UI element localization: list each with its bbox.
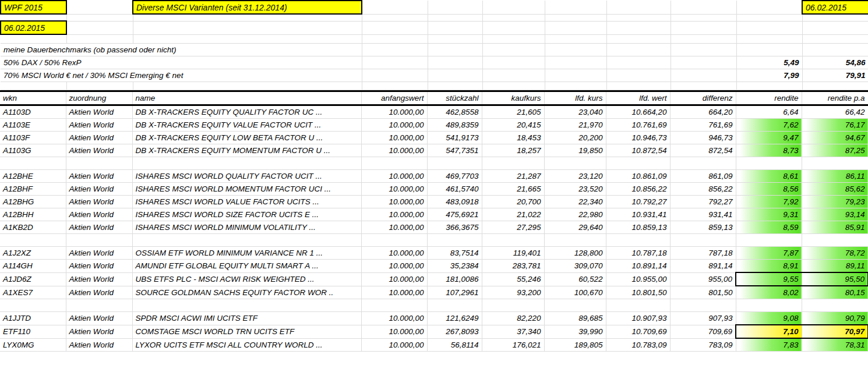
cell-rendite-pa[interactable]: 87,25 (802, 144, 868, 157)
cell-rendite-pa[interactable]: 85,62 (802, 183, 868, 196)
empty-cell[interactable] (66, 299, 132, 312)
empty-cell[interactable] (362, 56, 428, 69)
cell-differenz[interactable]: 792,27 (670, 196, 736, 208)
empty-cell[interactable] (133, 21, 362, 34)
col-header-kaufkurs[interactable]: kaufkurs (482, 91, 544, 105)
empty-cell[interactable] (736, 44, 802, 56)
cell-rendite-pa[interactable]: 94,67 (802, 132, 868, 144)
cell-anfangswert[interactable]: 10.000,00 (361, 247, 427, 260)
cell-differenz[interactable]: 931,41 (670, 208, 736, 221)
empty-cell[interactable] (66, 234, 132, 247)
cell-differenz[interactable]: 859,13 (670, 221, 736, 234)
empty-cell[interactable] (66, 34, 133, 44)
empty-cell[interactable] (606, 44, 671, 56)
cell-zuordnung[interactable]: Aktien World (66, 272, 132, 286)
cell-lfd-wert[interactable]: 10.801,50 (606, 286, 670, 299)
cell-zuordnung[interactable]: Aktien World (66, 119, 132, 132)
empty-cell[interactable] (544, 157, 606, 170)
cell-lfd-kurs[interactable]: 23,520 (544, 183, 606, 196)
cell-kaufkurs[interactable]: 21,022 (482, 208, 544, 221)
empty-cell[interactable] (671, 34, 736, 44)
empty-cell[interactable] (545, 34, 606, 44)
cell-kaufkurs[interactable]: 283,781 (482, 260, 544, 273)
cell-zuordnung[interactable]: Aktien World (66, 208, 132, 221)
cell-rendite[interactable]: 8,61 (736, 170, 802, 183)
empty-cell[interactable] (66, 14, 133, 21)
cell-stueckzahl[interactable]: 483,0918 (427, 196, 482, 208)
cell-rendite-pa[interactable]: 78,31 (802, 338, 868, 352)
cell-lfd-wert[interactable]: 10.859,13 (606, 221, 670, 234)
empty-cell[interactable] (482, 82, 545, 90)
cell-lfd-kurs[interactable]: 29,640 (544, 221, 606, 234)
col-header-name[interactable]: name (132, 91, 361, 105)
cell-rendite[interactable]: 9,08 (736, 312, 802, 325)
cell-anfangswert[interactable]: 10.000,00 (361, 325, 427, 338)
cell-differenz[interactable]: 946,73 (670, 132, 736, 144)
empty-cell[interactable] (361, 157, 427, 170)
cell-anfangswert[interactable]: 10.000,00 (361, 260, 427, 273)
empty-cell[interactable] (736, 14, 802, 21)
empty-cell[interactable] (428, 44, 482, 56)
empty-cell[interactable] (802, 234, 868, 247)
cell-wkn[interactable]: A1XES7 (0, 286, 66, 299)
cell-anfangswert[interactable]: 10.000,00 (361, 312, 427, 325)
empty-cell[interactable] (132, 234, 361, 247)
empty-cell[interactable] (670, 299, 736, 312)
cell-name[interactable]: DB X-TRACKERS EQUITY VALUE FACTOR UCIT .… (132, 119, 361, 132)
cell-anfangswert[interactable]: 10.000,00 (361, 105, 427, 119)
col-header-differenz[interactable]: differenz (670, 91, 736, 105)
empty-cell[interactable] (545, 69, 606, 82)
empty-cell[interactable] (671, 44, 736, 56)
cell-kaufkurs[interactable]: 119,401 (482, 247, 544, 260)
cell-wkn[interactable]: A1KB2D (0, 221, 66, 234)
empty-cell[interactable] (482, 56, 545, 69)
empty-cell[interactable] (482, 1, 545, 14)
cell-anfangswert[interactable]: 10.000,00 (361, 196, 427, 208)
cell-wkn[interactable]: A12BHG (0, 196, 66, 208)
cell-zuordnung[interactable]: Aktien World (66, 325, 132, 338)
cell-differenz[interactable]: 761,69 (670, 119, 736, 132)
cell-anfangswert[interactable]: 10.000,00 (361, 286, 427, 299)
empty-cell[interactable] (132, 299, 361, 312)
empty-cell[interactable] (606, 34, 671, 44)
empty-cell[interactable] (66, 1, 133, 14)
cell-lfd-wert[interactable]: 10.872,54 (606, 144, 670, 157)
benchmark-label[interactable]: 70% MSCI World € net / 30% MSCI Emerging… (1, 69, 362, 82)
empty-cell[interactable] (1, 82, 66, 90)
cell-name[interactable]: DB X-TRACKERS EQUITY QUALITY FACTOR UC .… (132, 105, 361, 119)
empty-cell[interactable] (545, 44, 606, 56)
cell-lfd-kurs[interactable]: 23,120 (544, 170, 606, 183)
cell-anfangswert[interactable]: 10.000,00 (361, 272, 427, 286)
empty-cell[interactable] (0, 234, 66, 247)
empty-cell[interactable] (736, 1, 802, 14)
date-cell-left[interactable]: 06.02.2015 (1, 21, 66, 34)
empty-cell[interactable] (736, 21, 802, 34)
empty-cell[interactable] (606, 157, 670, 170)
cell-name[interactable]: ISHARES MSCI WORLD MOMENTUM FACTOR UCI .… (132, 183, 361, 196)
empty-cell[interactable] (606, 82, 671, 90)
cell-stueckzahl[interactable]: 107,2961 (427, 286, 482, 299)
cell-zuordnung[interactable]: Aktien World (66, 183, 132, 196)
cell-differenz[interactable]: 801,50 (670, 286, 736, 299)
cell-stueckzahl[interactable]: 267,8093 (427, 325, 482, 338)
cell-zuordnung[interactable]: Aktien World (66, 338, 132, 352)
cell-kaufkurs[interactable]: 37,340 (482, 325, 544, 338)
cell-rendite[interactable]: 7,92 (736, 196, 802, 208)
empty-cell[interactable] (428, 21, 482, 34)
empty-cell[interactable] (736, 157, 802, 170)
cell-rendite-pa[interactable]: 89,11 (802, 260, 868, 273)
cell-wkn[interactable]: A12BHF (0, 183, 66, 196)
cell-name[interactable]: UBS ETFS PLC - MSCI ACWI RISK WEIGHTED .… (132, 272, 361, 286)
cell-name[interactable]: ISHARES MSCI WORLD QUALITY FACTOR UCIT .… (132, 170, 361, 183)
cell-stueckzahl[interactable]: 35,2384 (427, 260, 482, 273)
cell-stueckzahl[interactable]: 56,8114 (427, 338, 482, 352)
cell-lfd-kurs[interactable]: 128,800 (544, 247, 606, 260)
cell-wkn[interactable]: A1103G (0, 144, 66, 157)
empty-cell[interactable] (670, 234, 736, 247)
empty-cell[interactable] (606, 21, 671, 34)
cell-rendite-pa[interactable]: 66,42 (802, 105, 868, 119)
cell-lfd-wert[interactable]: 10.856,22 (606, 183, 670, 196)
empty-cell[interactable] (66, 82, 133, 90)
cell-differenz[interactable]: 856,22 (670, 183, 736, 196)
col-header-anfangswert[interactable]: anfangswert (361, 91, 427, 105)
